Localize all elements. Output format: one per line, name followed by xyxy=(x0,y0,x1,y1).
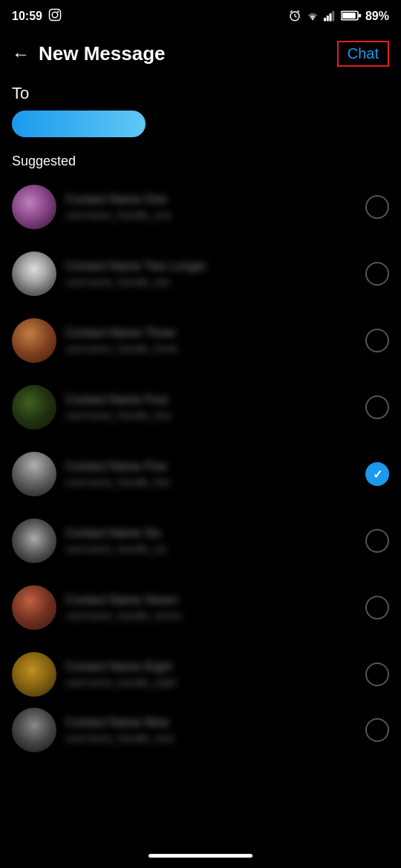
contact-info: Contact Name Three username_handle_three xyxy=(56,326,365,355)
contact-username: username_handle_four xyxy=(65,410,356,421)
select-checkbox[interactable] xyxy=(365,596,389,619)
suggested-label: Suggested xyxy=(0,146,401,174)
avatar xyxy=(12,452,56,496)
select-checkbox[interactable] xyxy=(365,462,389,486)
contact-username: username_handle_six xyxy=(65,543,356,555)
contact-username: username_handle_two xyxy=(65,276,356,288)
contact-name: Contact Name Five xyxy=(65,460,356,473)
avatar xyxy=(12,708,56,752)
list-item[interactable]: Contact Name Four username_handle_four xyxy=(0,374,401,441)
contact-name: Contact Name Eight xyxy=(65,660,356,674)
header: ← New Message Chat xyxy=(0,30,401,78)
select-checkbox[interactable] xyxy=(365,718,389,742)
svg-rect-11 xyxy=(332,11,334,22)
list-item[interactable]: Contact Name Eight username_handle_eight xyxy=(0,641,401,708)
contact-username: username_handle_five xyxy=(65,476,356,488)
svg-point-1 xyxy=(52,12,58,18)
contact-info: Contact Name Five username_handle_five xyxy=(56,460,365,488)
contact-username: username_handle_eight xyxy=(65,677,356,688)
contact-info: Contact Name Two Longer username_handle_… xyxy=(56,260,365,288)
contact-name: Contact Name Three xyxy=(65,326,356,340)
avatar xyxy=(12,251,56,296)
contact-username: username_handle_nine xyxy=(65,732,356,744)
select-checkbox[interactable] xyxy=(365,662,389,686)
avatar xyxy=(12,385,56,430)
svg-rect-0 xyxy=(49,10,60,21)
contact-info: Contact Name Seven username_handle_seven xyxy=(56,594,365,622)
select-checkbox[interactable] xyxy=(365,195,389,219)
battery-icon xyxy=(341,10,362,24)
contact-username: username_handle_one xyxy=(65,209,356,221)
list-item[interactable]: Contact Name Two Longer username_handle_… xyxy=(0,240,401,307)
contact-username: username_handle_three xyxy=(65,343,356,355)
to-section: To xyxy=(0,78,401,146)
contact-name: Contact Name One xyxy=(65,193,356,206)
header-left: ← New Message xyxy=(12,42,166,65)
back-button[interactable]: ← xyxy=(12,44,30,65)
avatar xyxy=(12,652,56,697)
list-item[interactable]: Contact Name Six username_handle_six xyxy=(0,507,401,574)
to-label: To xyxy=(12,84,389,103)
svg-line-6 xyxy=(290,10,292,12)
bottom-bar xyxy=(0,843,401,868)
list-item[interactable]: Contact Name One username_handle_one xyxy=(0,174,401,240)
contact-info: Contact Name Six username_handle_six xyxy=(56,527,365,555)
contact-name: Contact Name Seven xyxy=(65,594,356,607)
svg-rect-8 xyxy=(324,18,326,22)
select-checkbox[interactable] xyxy=(365,395,389,419)
avatar xyxy=(12,318,56,363)
contact-name: Contact Name Six xyxy=(65,527,356,540)
recipient-input[interactable] xyxy=(12,111,146,137)
wifi-icon xyxy=(305,10,320,24)
signal-icon xyxy=(324,10,337,24)
contact-info: Contact Name One username_handle_one xyxy=(56,193,365,221)
contact-name: Contact Name Four xyxy=(65,393,356,407)
list-item[interactable]: Contact Name Five username_handle_five xyxy=(0,441,401,507)
svg-rect-13 xyxy=(342,12,356,18)
status-left: 10:59 xyxy=(12,8,62,24)
svg-rect-10 xyxy=(329,13,331,22)
list-item[interactable]: Contact Name Nine username_handle_nine xyxy=(0,708,401,752)
alarm-icon xyxy=(288,9,301,24)
avatar xyxy=(12,185,56,229)
status-time: 10:59 xyxy=(12,10,42,23)
list-item[interactable]: Contact Name Seven username_handle_seven xyxy=(0,574,401,641)
svg-line-7 xyxy=(298,10,299,12)
home-indicator xyxy=(149,854,252,858)
instagram-icon xyxy=(48,8,62,24)
svg-point-2 xyxy=(57,11,59,13)
contact-info: Contact Name Four username_handle_four xyxy=(56,393,365,421)
status-bar: 10:59 xyxy=(0,0,401,30)
battery-percent: 89% xyxy=(365,10,389,23)
contact-username: username_handle_seven xyxy=(65,610,356,622)
page-title: New Message xyxy=(39,42,166,65)
select-checkbox[interactable] xyxy=(365,529,389,553)
contact-name: Contact Name Nine xyxy=(65,716,356,729)
svg-line-5 xyxy=(295,16,296,17)
avatar xyxy=(12,585,56,630)
svg-rect-14 xyxy=(359,13,361,17)
list-item[interactable]: Contact Name Three username_handle_three xyxy=(0,307,401,374)
avatar xyxy=(12,519,56,563)
contact-name: Contact Name Two Longer xyxy=(65,260,356,273)
chat-button[interactable]: Chat xyxy=(337,41,389,67)
contact-info: Contact Name Nine username_handle_nine xyxy=(56,716,365,744)
select-checkbox[interactable] xyxy=(365,329,389,352)
contact-info: Contact Name Eight username_handle_eight xyxy=(56,660,365,688)
contact-list: Contact Name One username_handle_one Con… xyxy=(0,174,401,752)
svg-rect-9 xyxy=(327,16,329,22)
select-checkbox[interactable] xyxy=(365,262,389,286)
status-icons: 89% xyxy=(288,9,389,24)
